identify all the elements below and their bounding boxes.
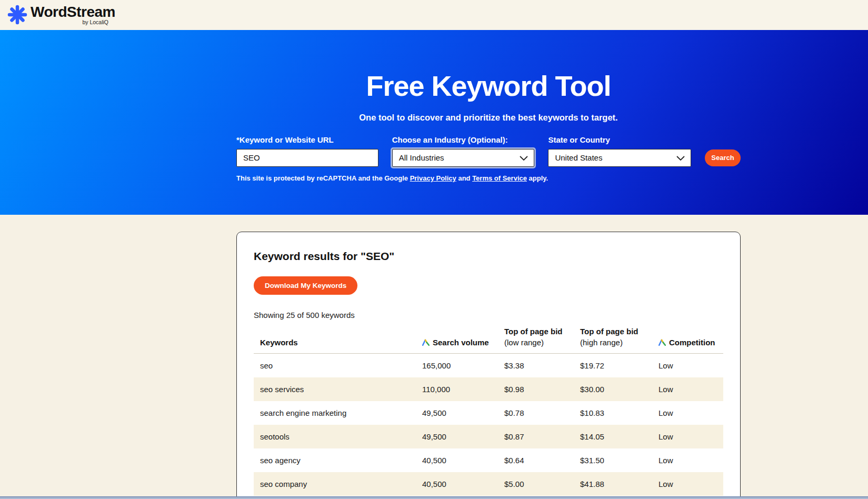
cell-competition: Low — [659, 456, 723, 465]
recaptcha-text: This site is protected by reCAPTCHA and … — [236, 174, 410, 182]
cell-bid-high: $31.50 — [580, 456, 659, 465]
cell-bid-low: $3.38 — [504, 361, 580, 370]
cell-search-volume: 110,000 — [422, 385, 504, 394]
search-button[interactable]: Search — [705, 149, 741, 166]
cell-competition: Low — [659, 432, 723, 441]
industry-selected-value: All Industries — [399, 153, 444, 162]
keyword-input-label: *Keyword or Website URL — [236, 135, 378, 144]
cell-competition: Low — [659, 361, 723, 370]
privacy-policy-link[interactable]: Privacy Policy — [410, 174, 456, 182]
col-header-bid-high: Top of page bid(high range) — [580, 327, 659, 347]
cell-bid-low: $0.87 — [504, 432, 580, 441]
cell-bid-low: $0.98 — [504, 385, 580, 394]
industry-select[interactable]: All Industries — [392, 149, 535, 167]
table-row: seotools 49,500 $0.87 $14.05 Low — [254, 425, 723, 448]
cell-keyword: search engine marketing — [254, 408, 422, 417]
brand-subtitle: by LocaliQ — [31, 19, 108, 25]
keyword-input[interactable] — [236, 149, 378, 167]
top-header: WordStream by LocaliQ — [0, 0, 868, 30]
table-header-row: Keywords Search volume Top of page bid(l… — [254, 327, 723, 354]
industry-select-label: Choose an Industry (Optional): — [392, 135, 535, 144]
wordstream-asterisk-icon — [7, 4, 28, 25]
col-header-bid-low: Top of page bid(low range) — [504, 327, 580, 347]
cell-keyword: seotools — [254, 432, 422, 441]
results-title: Keyword results for "SEO" — [254, 250, 723, 263]
showing-count: Showing 25 of 500 keywords — [254, 311, 723, 320]
cell-keyword: seo services — [254, 385, 422, 394]
cell-bid-high: $10.83 — [580, 408, 659, 417]
horizontal-scrollbar[interactable] — [0, 496, 868, 499]
recaptcha-notice: This site is protected by reCAPTCHA and … — [236, 174, 741, 182]
cell-competition: Low — [659, 408, 723, 417]
download-keywords-button[interactable]: Download My Keywords — [254, 276, 357, 295]
results-section: Keyword results for "SEO" Download My Ke… — [0, 232, 868, 499]
cell-keyword: seo agency — [254, 456, 422, 465]
brand-name: WordStream — [31, 4, 115, 20]
cell-search-volume: 49,500 — [422, 432, 504, 441]
google-data-mountain-icon — [422, 339, 430, 346]
table-row: search engine marketing 49,500 $0.78 $10… — [254, 401, 723, 425]
cell-search-volume: 49,500 — [422, 408, 504, 417]
table-body: seo 165,000 $3.38 $19.72 Low seo service… — [254, 354, 723, 496]
keywords-table: Keywords Search volume Top of page bid(l… — [254, 327, 723, 496]
cell-bid-high: $19.72 — [580, 361, 659, 370]
location-select-label: State or Country — [548, 135, 691, 144]
location-select[interactable]: United States — [548, 149, 691, 167]
col-header-competition[interactable]: Competition — [659, 338, 723, 347]
page-title: Free Keyword Tool — [236, 30, 741, 101]
cell-bid-low: $0.64 — [504, 456, 580, 465]
wordstream-logo[interactable]: WordStream by LocaliQ — [7, 4, 115, 25]
cell-keyword: seo — [254, 361, 422, 370]
cell-bid-high: $41.88 — [580, 480, 659, 488]
cell-bid-low: $5.00 — [504, 480, 580, 488]
col-header-keywords: Keywords — [254, 338, 422, 347]
chevron-down-icon — [520, 156, 528, 161]
cell-keyword: seo company — [254, 480, 422, 488]
cell-competition: Low — [659, 480, 723, 488]
cell-bid-low: $0.78 — [504, 408, 580, 417]
recaptcha-text: and — [456, 174, 472, 182]
table-row: seo agency 40,500 $0.64 $31.50 Low — [254, 448, 723, 472]
results-card: Keyword results for "SEO" Download My Ke… — [236, 232, 741, 499]
keyword-search-form: *Keyword or Website URL Choose an Indust… — [236, 135, 741, 167]
cell-competition: Low — [659, 385, 723, 394]
hero-section: Free Keyword Tool One tool to discover a… — [0, 30, 868, 215]
page-subtitle: One tool to discover and prioritize the … — [236, 113, 741, 123]
location-selected-value: United States — [555, 153, 602, 162]
cell-bid-high: $30.00 — [580, 385, 659, 394]
cell-search-volume: 165,000 — [422, 361, 504, 370]
google-data-mountain-icon — [659, 339, 666, 346]
terms-of-service-link[interactable]: Terms of Service — [472, 174, 527, 182]
recaptcha-text: apply. — [527, 174, 548, 182]
col-header-search-volume[interactable]: Search volume — [422, 338, 504, 347]
cell-search-volume: 40,500 — [422, 480, 504, 488]
chevron-down-icon — [676, 156, 685, 161]
table-row: seo company 40,500 $5.00 $41.88 Low — [254, 472, 723, 496]
table-row: seo 165,000 $3.38 $19.72 Low — [254, 354, 723, 377]
table-row: seo services 110,000 $0.98 $30.00 Low — [254, 377, 723, 401]
cell-search-volume: 40,500 — [422, 456, 504, 465]
cell-bid-high: $14.05 — [580, 432, 659, 441]
